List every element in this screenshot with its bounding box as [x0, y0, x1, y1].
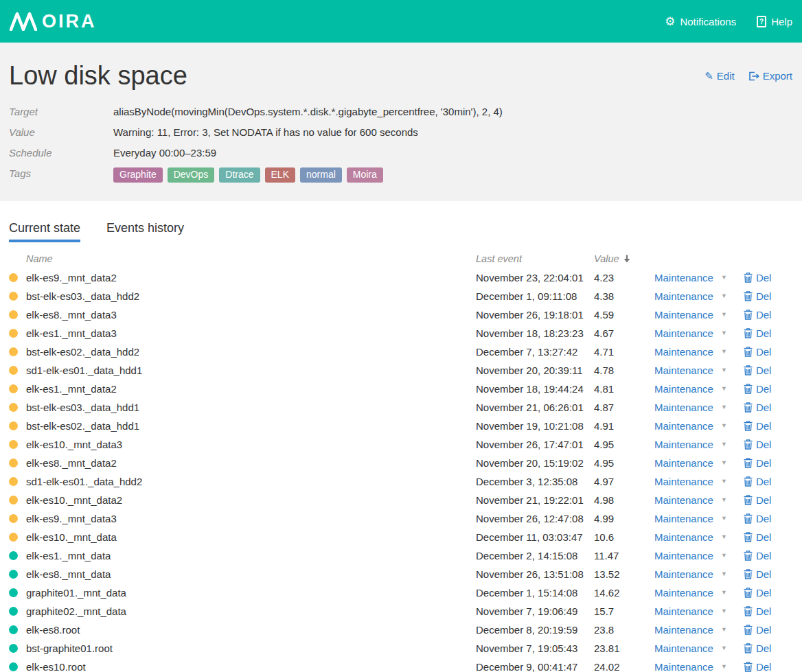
delete-button[interactable]: Del: [744, 605, 772, 617]
moira-logo[interactable]: OIRA: [10, 9, 102, 34]
maintenance-dropdown[interactable]: Maintenance ▼: [654, 531, 727, 543]
table-row: elk-es8._mnt_data2 November 20, 15:19:02…: [9, 454, 792, 472]
maintenance-dropdown[interactable]: Maintenance ▼: [654, 494, 727, 506]
maintenance-label: Maintenance: [654, 309, 721, 321]
delete-button[interactable]: Del: [744, 494, 772, 506]
maintenance-dropdown[interactable]: Maintenance ▼: [654, 290, 727, 302]
delete-button[interactable]: Del: [744, 476, 772, 487]
maintenance-dropdown[interactable]: Maintenance ▼: [654, 568, 727, 580]
chevron-down-icon: ▼: [721, 626, 727, 633]
value-column-header[interactable]: Value: [594, 253, 630, 264]
delete-button[interactable]: Del: [744, 364, 772, 376]
delete-button[interactable]: Del: [744, 383, 772, 395]
maintenance-label: Maintenance: [654, 327, 721, 339]
delete-button[interactable]: Del: [744, 346, 772, 358]
state-dot: [9, 459, 18, 467]
maintenance-dropdown[interactable]: Maintenance ▼: [654, 661, 727, 672]
delete-button[interactable]: Del: [744, 624, 772, 636]
table-row: elk-es1._mnt_data3 November 18, 18:23:23…: [9, 324, 792, 343]
maintenance-label: Maintenance: [654, 420, 721, 432]
maintenance-dropdown[interactable]: Maintenance ▼: [654, 327, 727, 339]
delete-button[interactable]: Del: [744, 661, 772, 672]
tag[interactable]: Moira: [347, 167, 383, 183]
chevron-down-icon: ▼: [721, 385, 727, 392]
chevron-down-icon: ▼: [721, 367, 727, 373]
trash-icon: [744, 310, 753, 320]
delete-button[interactable]: Del: [744, 402, 772, 413]
page-title: Low disk space: [9, 60, 187, 92]
metric-name: elk-es10._mnt_data: [26, 531, 117, 543]
maintenance-dropdown[interactable]: Maintenance ▼: [654, 642, 727, 654]
delete-button[interactable]: Del: [744, 531, 772, 543]
trash-icon: [744, 662, 753, 672]
trash-icon: [744, 365, 753, 375]
trash-icon: [744, 347, 753, 357]
maintenance-dropdown[interactable]: Maintenance ▼: [654, 420, 727, 432]
trigger-info-section: Low disk space ✎ Edit Export Target alia…: [0, 43, 802, 201]
table-row: elk-es1._mnt_data2 November 18, 19:44:24…: [9, 380, 792, 398]
delete-button[interactable]: Del: [744, 309, 772, 321]
value-cell: 4.95: [594, 457, 654, 469]
tag[interactable]: ELK: [265, 167, 295, 183]
last-event-cell: December 8, 20:19:59: [476, 624, 594, 636]
maintenance-dropdown[interactable]: Maintenance ▼: [654, 309, 727, 321]
value-cell: 23.8: [594, 624, 654, 636]
last-event-cell: November 18, 18:23:23: [476, 327, 594, 339]
maintenance-dropdown[interactable]: Maintenance ▼: [654, 550, 727, 561]
tab-current-state[interactable]: Current state: [9, 221, 80, 242]
row-controls: Maintenance ▼ Del: [654, 439, 771, 450]
state-rows: elk-es9._mnt_data2 November 23, 22:04:01…: [9, 268, 792, 672]
state-dot: [9, 440, 18, 449]
value-cell: 4.97: [594, 476, 654, 487]
delete-button[interactable]: Del: [744, 272, 772, 283]
tag[interactable]: normal: [300, 167, 342, 183]
maintenance-dropdown[interactable]: Maintenance ▼: [654, 364, 727, 376]
maintenance-dropdown[interactable]: Maintenance ▼: [654, 605, 727, 617]
last-event-cell: November 26, 19:18:01: [476, 309, 594, 321]
maintenance-dropdown[interactable]: Maintenance ▼: [654, 346, 727, 358]
delete-button[interactable]: Del: [744, 457, 772, 469]
metric-name: sd1-elk-es01._data_hdd2: [26, 476, 142, 487]
maintenance-dropdown[interactable]: Maintenance ▼: [654, 513, 727, 524]
delete-button[interactable]: Del: [744, 290, 772, 302]
chevron-down-icon: ▼: [721, 404, 727, 410]
field-label: Target: [9, 106, 113, 117]
value-cell: 4.78: [594, 364, 654, 376]
tab-events-history[interactable]: Events history: [106, 221, 184, 242]
edit-button[interactable]: ✎ Edit: [704, 70, 734, 82]
maintenance-dropdown[interactable]: Maintenance ▼: [654, 272, 727, 283]
chevron-down-icon: ▼: [721, 478, 727, 485]
maintenance-dropdown[interactable]: Maintenance ▼: [654, 624, 727, 636]
export-button[interactable]: Export: [748, 70, 792, 82]
trash-icon: [744, 421, 753, 431]
help-link[interactable]: ? Help: [757, 16, 792, 27]
delete-button[interactable]: Del: [744, 327, 772, 339]
delete-button[interactable]: Del: [744, 420, 772, 432]
maintenance-dropdown[interactable]: Maintenance ▼: [654, 476, 727, 487]
metric-name-cell: elk-es10.root: [9, 661, 476, 672]
delete-button[interactable]: Del: [744, 550, 772, 561]
delete-button[interactable]: Del: [744, 439, 772, 450]
maintenance-label: Maintenance: [654, 383, 721, 395]
metric-name-cell: elk-es8._mnt_data2: [9, 457, 476, 469]
export-label: Export: [763, 70, 792, 82]
delete-button[interactable]: Del: [744, 587, 772, 599]
delete-label: Del: [756, 587, 772, 599]
state-dot: [9, 366, 18, 375]
maintenance-dropdown[interactable]: Maintenance ▼: [654, 383, 727, 395]
notifications-link[interactable]: ⚙ Notifications: [665, 16, 736, 27]
chevron-down-icon: ▼: [721, 496, 727, 503]
maintenance-dropdown[interactable]: Maintenance ▼: [654, 402, 727, 413]
maintenance-dropdown[interactable]: Maintenance ▼: [654, 587, 727, 599]
delete-button[interactable]: Del: [744, 642, 772, 654]
delete-button[interactable]: Del: [744, 513, 772, 524]
maintenance-dropdown[interactable]: Maintenance ▼: [654, 457, 727, 469]
current-state-table: Name Last event Value elk-es9._mnt_data2…: [9, 250, 792, 672]
maintenance-dropdown[interactable]: Maintenance ▼: [654, 439, 727, 450]
delete-button[interactable]: Del: [744, 568, 772, 580]
tag[interactable]: Graphite: [113, 167, 163, 183]
field-label: Schedule: [9, 147, 113, 159]
tag[interactable]: DevOps: [168, 167, 215, 183]
tag[interactable]: Dtrace: [219, 167, 260, 183]
value-cell: 4.67: [594, 327, 654, 339]
